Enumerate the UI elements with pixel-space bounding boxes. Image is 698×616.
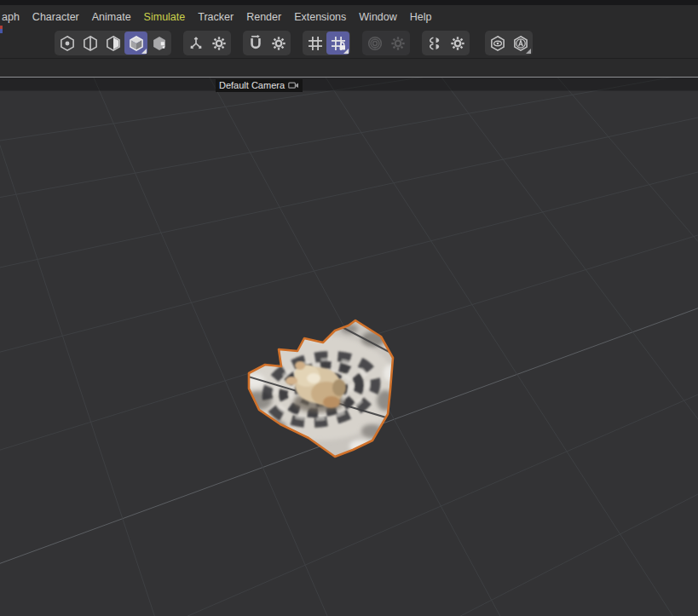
falloff-settings-button[interactable] [386, 32, 409, 55]
falloff-circles-icon [366, 35, 384, 52]
symmetry-settings-button[interactable] [446, 32, 469, 55]
snap-settings-button[interactable] [267, 32, 290, 55]
menu-item-mograph-truncated[interactable]: aph [2, 11, 26, 23]
menu-item-animate[interactable]: Animate [85, 11, 137, 23]
symmetry-button-group [422, 31, 470, 55]
auto-mode-button[interactable] [509, 32, 532, 55]
camera-icon [288, 81, 299, 90]
gear-icon [211, 35, 228, 52]
workplane-lock-button[interactable] [326, 32, 349, 55]
falloff-button-group [362, 31, 410, 55]
gear-icon [449, 35, 466, 52]
flyout-corner-icon [343, 49, 349, 54]
edges-mode-button[interactable] [78, 32, 101, 55]
axis-settings-button[interactable] [207, 32, 230, 55]
polygons-mode-icon [105, 35, 122, 52]
menu-item-extensions[interactable]: Extensions [288, 11, 353, 23]
menu-item-window[interactable]: Window [353, 11, 403, 23]
viewport-top-band [0, 78, 698, 91]
points-mode-icon [59, 35, 76, 52]
mode-button-group [55, 31, 171, 55]
axis-tool-icon [187, 35, 205, 52]
menu-item-simulate[interactable]: Simulate [137, 11, 192, 23]
symmetry-button[interactable] [423, 32, 446, 55]
symmetry-butterfly-icon [426, 35, 443, 52]
workplane-grid-icon [307, 35, 324, 52]
snap-magnet-icon [247, 35, 264, 52]
workplane-button[interactable] [303, 32, 326, 55]
edges-mode-icon [82, 35, 99, 52]
scene-svg[interactable] [0, 78, 698, 616]
solo-button[interactable] [486, 32, 509, 55]
gear-icon [389, 35, 407, 52]
viewport-canvas[interactable]: Default Camera [0, 78, 698, 616]
toolbar [0, 28, 698, 59]
snap-toggle-button[interactable] [244, 32, 267, 55]
camera-label-text: Default Camera [219, 79, 285, 92]
workplane-button-group [303, 31, 350, 55]
application-window: aph Character Animate Simulate Tracker R… [0, 0, 698, 616]
solo-eye-icon [489, 35, 506, 52]
view-mode-button-group [485, 31, 533, 55]
menu-item-character[interactable]: Character [26, 11, 85, 23]
scanned-object[interactable] [241, 320, 398, 457]
axis-button-group [183, 31, 231, 55]
menu-item-help[interactable]: Help [403, 11, 438, 23]
flyout-corner-icon [141, 49, 147, 54]
camera-label[interactable]: Default Camera [216, 79, 303, 92]
asset-cube-button[interactable] [147, 32, 170, 55]
polygons-mode-button[interactable] [101, 32, 124, 55]
toolbar-substrip [0, 59, 698, 77]
points-mode-button[interactable] [55, 32, 78, 55]
flyout-corner-icon [526, 49, 531, 54]
menu-item-render[interactable]: Render [240, 11, 288, 23]
truncated-icon-sliver [0, 26, 3, 33]
falloff-button[interactable] [363, 32, 386, 55]
menu-item-tracker[interactable]: Tracker [192, 11, 240, 23]
menu-bar: aph Character Animate Simulate Tracker R… [0, 5, 698, 28]
gear-icon [270, 35, 287, 52]
axis-tool-button[interactable] [184, 32, 207, 55]
model-mode-button[interactable] [124, 32, 147, 55]
asset-cube-icon [151, 35, 168, 52]
snap-button-group [243, 31, 291, 55]
